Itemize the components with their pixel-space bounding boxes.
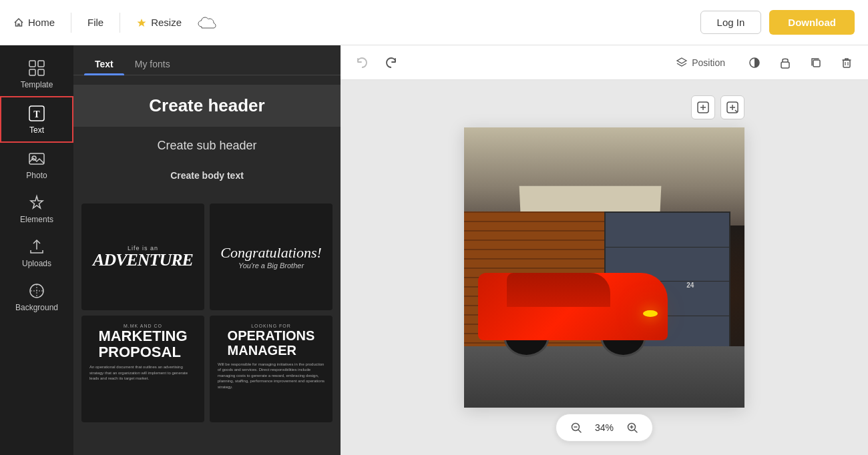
text-templates-grid: Life is an Adventure Congratulations! Yo… bbox=[73, 195, 341, 430]
canvas-toolbar-right: Position bbox=[666, 52, 857, 73]
sidebar-item-uploads[interactable]: Uploads bbox=[0, 231, 73, 275]
canvas-area: Position bbox=[341, 45, 868, 455]
file-label: File bbox=[87, 17, 103, 28]
resize-label: Resize bbox=[151, 17, 182, 28]
opacity-icon bbox=[748, 57, 761, 69]
redo-icon bbox=[385, 56, 398, 69]
resize-nav[interactable]: Resize bbox=[136, 17, 182, 28]
opacity-button[interactable] bbox=[744, 52, 765, 73]
car bbox=[478, 273, 688, 357]
uploads-icon bbox=[27, 238, 46, 256]
template-card-operations[interactable]: LOOKING FOR OPERATIONSMANAGER Will be re… bbox=[210, 316, 333, 422]
star-icon bbox=[136, 17, 147, 28]
canvas-image: 24 bbox=[464, 127, 744, 408]
separator bbox=[71, 13, 71, 33]
text-icon: T bbox=[27, 104, 46, 123]
text-options: Create header Create sub header Create b… bbox=[73, 75, 341, 195]
add-page-after-button[interactable] bbox=[720, 95, 744, 119]
canvas-toolbar-left bbox=[351, 52, 658, 73]
file-nav[interactable]: File bbox=[87, 17, 103, 28]
congrats-text: Congratulations! You're a Big Brother bbox=[220, 244, 322, 270]
duplicate-button[interactable] bbox=[805, 52, 827, 73]
zoom-in-button[interactable] bbox=[623, 418, 642, 437]
tab-text[interactable]: Text bbox=[84, 53, 124, 75]
photo-label: Photo bbox=[26, 171, 47, 180]
sidebar-item-template[interactable]: Template bbox=[0, 52, 73, 96]
elements-icon bbox=[27, 193, 46, 212]
add-icon-1 bbox=[696, 101, 710, 114]
template-label: Template bbox=[21, 80, 53, 89]
download-button[interactable]: Download bbox=[769, 10, 855, 35]
position-button[interactable]: Position bbox=[666, 53, 734, 73]
template-card-adventure[interactable]: Life is an Adventure bbox=[81, 203, 204, 310]
cloud-nav[interactable] bbox=[198, 16, 216, 29]
template-card-marketing[interactable]: M.MK and CO MARKETINGPROPOSAL An operati… bbox=[81, 316, 204, 422]
sidebar-item-text[interactable]: T Text bbox=[0, 96, 73, 143]
car-headlight bbox=[643, 310, 658, 317]
svg-rect-14 bbox=[813, 60, 820, 67]
canvas-add-buttons bbox=[691, 95, 744, 119]
svg-rect-2 bbox=[38, 61, 44, 67]
elements-label: Elements bbox=[20, 215, 53, 224]
topbar: Home File Resize Log In Download bbox=[0, 0, 868, 45]
photo-icon bbox=[27, 149, 46, 168]
svg-text:T: T bbox=[33, 109, 40, 119]
zoom-bar: 34% bbox=[556, 414, 653, 442]
background-label: Background bbox=[15, 303, 58, 312]
svg-rect-3 bbox=[29, 69, 35, 75]
template-card-congratulations[interactable]: Congratulations! You're a Big Brother bbox=[210, 203, 333, 310]
undo-icon bbox=[355, 56, 369, 69]
lock-button[interactable] bbox=[775, 52, 796, 73]
home-label: Home bbox=[28, 17, 55, 28]
add-page-before-button[interactable] bbox=[691, 95, 715, 119]
text-label: Text bbox=[29, 125, 44, 135]
svg-line-26 bbox=[579, 430, 582, 433]
trash-icon bbox=[841, 57, 853, 69]
main-area: Template T Text Photo bbox=[0, 45, 868, 455]
tab-my-fonts[interactable]: My fonts bbox=[124, 53, 181, 75]
text-panel: Text My fonts Create header Create sub h… bbox=[73, 45, 341, 455]
svg-rect-13 bbox=[781, 62, 789, 68]
create-sub-header-button[interactable]: Create sub header bbox=[73, 129, 341, 162]
ceiling bbox=[464, 127, 744, 225]
text-panel-content: Create header Create sub header Create b… bbox=[73, 75, 341, 455]
lock-icon bbox=[779, 57, 791, 69]
home-nav[interactable]: Home bbox=[13, 17, 55, 28]
svg-rect-7 bbox=[29, 153, 44, 164]
canvas-document[interactable]: 24 bbox=[464, 127, 744, 408]
delete-button[interactable] bbox=[836, 52, 857, 73]
grid-icon bbox=[27, 59, 46, 77]
sidebar: Template T Text Photo bbox=[0, 45, 73, 455]
separator2 bbox=[120, 13, 120, 33]
login-button[interactable]: Log In bbox=[700, 11, 762, 34]
zoom-value: 34% bbox=[591, 422, 618, 433]
text-panel-tabs: Text My fonts bbox=[73, 45, 341, 75]
zoom-in-icon bbox=[626, 422, 638, 434]
svg-rect-4 bbox=[38, 69, 44, 75]
sidebar-item-background[interactable]: Background bbox=[0, 275, 73, 319]
topbar-left: Home File Resize bbox=[13, 13, 687, 33]
position-label: Position bbox=[692, 57, 725, 68]
topbar-right: Log In Download bbox=[700, 10, 855, 35]
sidebar-item-elements[interactable]: Elements bbox=[0, 187, 73, 231]
redo-button[interactable] bbox=[381, 52, 402, 73]
create-body-button[interactable]: Create body text bbox=[73, 162, 341, 189]
undo-button[interactable] bbox=[351, 52, 373, 73]
zoom-out-icon bbox=[570, 422, 582, 434]
add-icon-2 bbox=[726, 101, 739, 114]
svg-rect-1 bbox=[29, 61, 35, 67]
svg-rect-15 bbox=[843, 60, 850, 67]
create-header-button[interactable]: Create header bbox=[73, 85, 341, 127]
svg-marker-0 bbox=[138, 19, 146, 27]
car-roof bbox=[507, 273, 611, 306]
sidebar-item-photo[interactable]: Photo bbox=[0, 143, 73, 187]
uploads-label: Uploads bbox=[22, 259, 51, 268]
canvas-document-wrapper: 24 bbox=[464, 127, 744, 408]
layers-icon bbox=[676, 57, 688, 69]
cloud-icon bbox=[198, 16, 216, 29]
canvas-content: 24 bbox=[341, 80, 868, 455]
canvas-toolbar: Position bbox=[341, 45, 868, 80]
car-body-main bbox=[478, 273, 668, 340]
zoom-out-button[interactable] bbox=[567, 418, 586, 437]
home-icon bbox=[13, 17, 24, 28]
